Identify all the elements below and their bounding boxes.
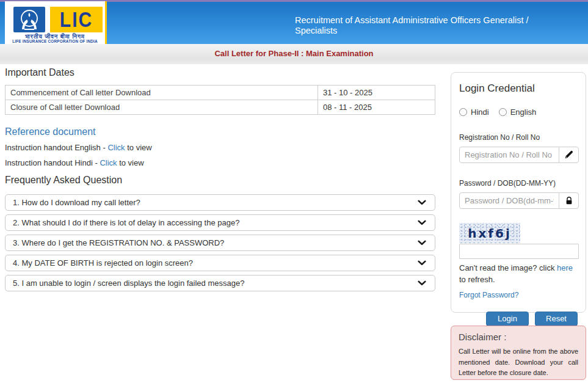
chevron-down-icon bbox=[418, 280, 426, 286]
faq-heading: Frequently Asked Question bbox=[5, 175, 122, 186]
lock-icon bbox=[559, 192, 579, 209]
date-row-value: 31 - 10 - 2025 bbox=[318, 86, 435, 100]
chevron-down-icon bbox=[418, 260, 426, 266]
important-dates-heading: Important Dates bbox=[5, 67, 74, 78]
important-dates-table: Commencement of Call letter Download 31 … bbox=[5, 85, 435, 115]
chevron-down-icon bbox=[418, 240, 426, 246]
login-heading: Login Credential bbox=[459, 82, 578, 95]
instruction-hindi-click-link[interactable]: Click bbox=[100, 158, 117, 167]
faq-question: 2. What should I do if there is lot of d… bbox=[13, 218, 418, 227]
captcha-help-after: to refresh. bbox=[459, 275, 495, 284]
date-row-label: Closure of Call letter Download bbox=[5, 100, 318, 115]
captcha-refresh-link[interactable]: here bbox=[557, 263, 573, 272]
disclaimer-box: Disclaimer : Call Letter will be online … bbox=[451, 326, 586, 380]
hindi-radio-label[interactable]: Hindi bbox=[471, 108, 489, 117]
login-panel: Login Credential Hindi English Registrat… bbox=[451, 72, 586, 313]
lic-logo: LIC भारतीय जीवन बीमा निगम LIFE INSURANCE… bbox=[5, 1, 107, 44]
language-selector: Hindi English bbox=[459, 108, 578, 117]
faq-item-1[interactable]: 1. How do I download my call letter? bbox=[5, 194, 435, 211]
password-label: Password / DOB(DD-MM-YY) bbox=[459, 179, 578, 188]
faq-item-2[interactable]: 2. What should I do if there is lot of d… bbox=[5, 214, 435, 231]
registration-input[interactable] bbox=[459, 147, 559, 163]
captcha-image: hxf6j bbox=[459, 223, 520, 243]
captcha-help-text: Can't read the image? click here to refr… bbox=[459, 263, 581, 286]
instruction-text: to view bbox=[125, 143, 152, 152]
hindi-radio[interactable] bbox=[459, 108, 467, 116]
table-row: Commencement of Call letter Download 31 … bbox=[5, 86, 435, 100]
faq-question: 3. Where do I get the REGISTRATION NO. &… bbox=[13, 238, 418, 247]
page: LIC भारतीय जीवन बीमा निगम LIFE INSURANCE… bbox=[0, 0, 588, 383]
faq-question: 4. My DATE OF BIRTH is rejected on login… bbox=[13, 258, 418, 268]
faq-item-4[interactable]: 4. My DATE OF BIRTH is rejected on login… bbox=[5, 255, 435, 271]
disclaimer-body: Call Letter will be online from the abov… bbox=[459, 346, 578, 379]
table-row: Closure of Call letter Download 08 - 11 … bbox=[5, 100, 435, 115]
registration-input-group bbox=[459, 147, 579, 163]
reset-button[interactable]: Reset bbox=[535, 312, 578, 326]
faq-list: 1. How do I download my call letter? 2. … bbox=[5, 194, 435, 295]
faq-item-3[interactable]: 3. Where do I get the REGISTRATION NO. &… bbox=[5, 235, 435, 251]
login-button[interactable]: Login bbox=[486, 312, 529, 326]
faq-question: 5. I am unable to login / screen display… bbox=[13, 279, 418, 288]
date-row-label: Commencement of Call letter Download bbox=[5, 86, 318, 100]
instruction-text: to view bbox=[117, 158, 144, 167]
instruction-text: Instruction handout Hindi - bbox=[5, 158, 100, 167]
english-radio-label[interactable]: English bbox=[510, 108, 537, 117]
english-radio[interactable] bbox=[499, 108, 507, 116]
reference-document-heading: Reference document bbox=[5, 126, 96, 137]
password-input-group bbox=[459, 192, 579, 209]
chevron-down-icon bbox=[418, 220, 426, 225]
instruction-handout-hindi: Instruction handout Hindi - Click to vie… bbox=[5, 158, 144, 167]
header: LIC भारतीय जीवन बीमा निगम LIFE INSURANCE… bbox=[0, 2, 588, 44]
faq-question: 1. How do I download my call letter? bbox=[13, 198, 418, 207]
disclaimer-heading: Disclaimer : bbox=[459, 332, 578, 342]
page-title: Recruitment of Assistant Administrative … bbox=[295, 15, 564, 35]
password-input[interactable] bbox=[459, 192, 559, 209]
instruction-handout-english: Instruction handout English - Click to v… bbox=[5, 143, 152, 152]
registration-label: Registration No / Roll No bbox=[459, 133, 578, 142]
faq-item-5[interactable]: 5. I am unable to login / screen display… bbox=[5, 275, 435, 291]
instruction-text: Instruction handout English - bbox=[5, 143, 107, 152]
pencil-icon bbox=[559, 147, 579, 163]
forgot-password-link[interactable]: Forgot Password? bbox=[459, 291, 518, 299]
lic-emblem-hands-flame-icon bbox=[13, 7, 45, 32]
lic-logo-text: LIC bbox=[50, 7, 103, 32]
date-row-value: 08 - 11 - 2025 bbox=[318, 100, 435, 115]
captcha-help-before: Can't read the image? click bbox=[459, 263, 557, 272]
login-actions: Login Reset bbox=[459, 312, 578, 326]
captcha-input[interactable] bbox=[459, 244, 579, 259]
instruction-english-click-link[interactable]: Click bbox=[107, 143, 125, 152]
lic-english-name: LIFE INSURANCE CORPORATION OF INDIA bbox=[5, 39, 105, 43]
chevron-down-icon bbox=[418, 200, 426, 205]
exam-banner: Call Letter for Phase-II : Main Examinat… bbox=[0, 44, 588, 64]
